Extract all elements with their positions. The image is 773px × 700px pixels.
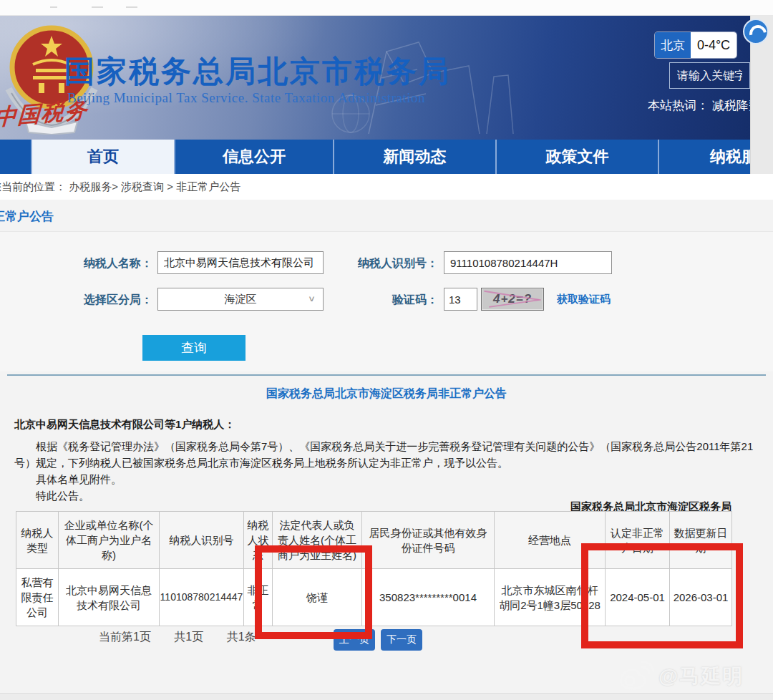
page-bottom-strip (0, 693, 773, 700)
table-cell: 350823*********0014 (362, 569, 495, 626)
weather-city: 北京 (655, 32, 691, 58)
taxpayer-id-input[interactable] (444, 251, 612, 274)
hot-words: 本站热词： 减税降费 (648, 97, 750, 114)
header-cell: 纳税人类型 (16, 512, 59, 569)
browser-top-strip (0, 0, 773, 16)
pagination-current: 当前第1页 (99, 631, 151, 643)
district-label: 选择区分局： (68, 293, 152, 308)
annotation-box-dates (581, 543, 743, 648)
nav-divider (495, 140, 497, 174)
weather-widget: 北京 0-4°C (655, 32, 736, 58)
query-button[interactable]: 查询 (142, 335, 245, 361)
get-captcha-link[interactable]: 获取验证码 (557, 293, 611, 306)
site-subtitle: Beijing Municipal Tax Service. State Tax… (67, 90, 425, 106)
tab-home[interactable]: 首页 (32, 140, 174, 174)
nav-divider (31, 140, 32, 174)
nav-divider (333, 140, 334, 174)
next-page-button[interactable]: 下一页 (381, 629, 422, 651)
district-select[interactable]: 海淀区 ∨ (157, 288, 324, 311)
section-divider (7, 374, 766, 376)
chevron-down-icon: ∨ (308, 293, 316, 303)
pagination-info: 当前第1页 共1页 共1条 (99, 630, 276, 645)
share-icon[interactable] (743, 19, 769, 44)
strip-mark (92, 6, 103, 8)
captcha-image[interactable]: 4+2=? (481, 288, 544, 311)
search-input[interactable] (669, 62, 750, 89)
taxpayer-id-label: 纳税人识别号： (338, 256, 438, 271)
watermark-text: @马延明 (658, 663, 744, 690)
weibo-icon (617, 661, 654, 692)
main-nav: 首页 信息公开 新闻动态 政策文件 纳税服务 (0, 140, 773, 174)
watermark: @马延明 (617, 661, 744, 692)
taxpayer-name-input[interactable] (157, 251, 324, 274)
announcement-title: 国家税务总局北京市海淀区税务局非正常户公告 (0, 387, 773, 402)
taxpayer-name-label: 纳税人名称： (68, 256, 152, 271)
header-cell: 居民身份证或其他有效身份证件号码 (362, 512, 495, 569)
breadcrumb-bar: 您当前的位置： 办税服务> 涉税查询 > 非正常户公告 (0, 174, 773, 200)
table-cell: 110108780214447 (160, 569, 244, 626)
tab-info-disclosure[interactable]: 信息公开 (175, 140, 333, 174)
strip-mark (126, 6, 137, 8)
tab-policy[interactable]: 政策文件 (497, 140, 658, 174)
announcement-attachment-note: 具体名单见附件。 (14, 473, 301, 487)
captcha-label: 验证码： (354, 293, 438, 308)
header-cell: 纳税人识别号 (160, 512, 244, 569)
strip-mark (50, 6, 57, 8)
header-cell: 企业或单位名称(个体工商户为业户名称) (59, 512, 160, 569)
page: 中国税务 国家税务总局北京市税务局 Beijing Municipal Tax … (0, 0, 773, 700)
nav-divider (174, 140, 175, 174)
announcement-closing: 特此公告。 (14, 490, 301, 503)
annotation-box-legal-rep (255, 545, 372, 639)
tab-news[interactable]: 新闻动态 (334, 140, 495, 174)
table-cell: 私营有限责任公司 (16, 569, 59, 626)
district-selected-value: 海淀区 (225, 293, 257, 306)
site-banner: 中国税务 国家税务总局北京市税务局 Beijing Municipal Tax … (0, 16, 773, 140)
pagination-total-pages: 共1页 (174, 631, 203, 643)
announcement-intro: 北京中易网天信息技术有限公司等1户纳税人： (14, 418, 235, 432)
announcement-body: 根据《税务登记管理办法》（国家税务总局令第7号）、《国家税务总局关于进一步完善税… (14, 438, 760, 471)
page-title: 非正常户公告 (0, 208, 54, 225)
table-cell: 北京中易网天信息技术有限公司 (59, 569, 160, 626)
breadcrumb: 您当前的位置： 办税服务> 涉税查询 > 非正常户公告 (0, 180, 240, 194)
weather-temperature: 0-4°C (691, 32, 736, 58)
pagination-total-records: 共1条 (227, 631, 256, 643)
site-title: 国家税务总局北京市税务局 (64, 52, 451, 92)
nav-divider (658, 140, 659, 174)
captcha-input[interactable] (444, 288, 477, 311)
